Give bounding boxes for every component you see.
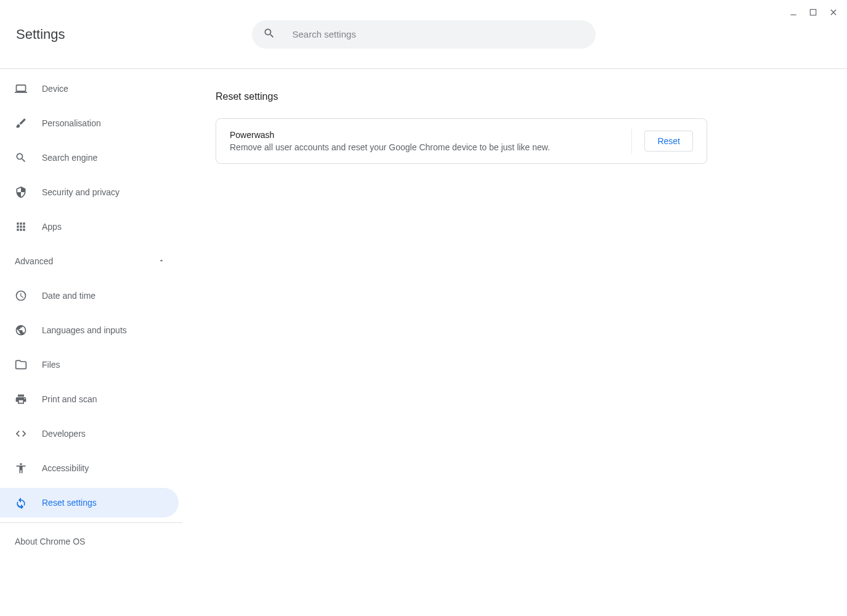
search-input[interactable] [293,29,585,39]
advanced-label: Advanced [15,256,53,266]
sidebar-item-files[interactable]: Files [0,350,182,379]
printer-icon [15,393,27,405]
sidebar-item-label: Apps [42,222,62,232]
page-title: Settings [16,26,65,43]
sidebar-item-label: Device [42,84,68,94]
sidebar-item-label: Files [42,360,60,370]
sidebar-item-print[interactable]: Print and scan [0,384,182,414]
section-title: Reset settings [216,91,707,102]
sidebar-item-personalisation[interactable]: Personalisation [0,108,182,138]
sidebar-item-reset-settings[interactable]: Reset settings [0,488,179,517]
main-content: Reset settings Powerwash Remove all user… [182,69,847,616]
sidebar-item-date-time[interactable]: Date and time [0,281,182,310]
brush-icon [15,117,27,129]
sidebar-item-label: Date and time [42,291,95,301]
sidebar-advanced-toggle[interactable]: Advanced [0,246,182,276]
about-label: About Chrome OS [15,537,85,546]
sidebar-item-label: Reset settings [42,498,97,508]
app-header: Settings [0,0,847,69]
globe-icon [15,324,27,336]
sidebar-item-label: Developers [42,429,86,439]
powerwash-description: Remove all user accounts and reset your … [230,142,619,152]
laptop-icon [15,83,27,95]
code-icon [15,428,27,440]
sidebar-item-security[interactable]: Security and privacy [0,177,182,207]
sidebar-item-label: Languages and inputs [42,325,127,335]
sidebar-item-developers[interactable]: Developers [0,419,182,448]
search-field[interactable] [252,20,596,49]
apps-grid-icon [15,221,27,233]
sidebar-item-apps[interactable]: Apps [0,212,182,241]
shield-icon [15,186,27,198]
sidebar-item-languages[interactable]: Languages and inputs [0,315,182,345]
clock-icon [15,290,27,302]
powerwash-title: Powerwash [230,130,619,140]
sidebar-item-device[interactable]: Device [0,74,182,103]
sidebar-item-accessibility[interactable]: Accessibility [0,453,182,483]
powerwash-card: Powerwash Remove all user accounts and r… [216,118,707,164]
sidebar-item-search-engine[interactable]: Search engine [0,143,182,172]
reset-button[interactable]: Reset [644,131,693,152]
sidebar-divider [0,522,182,523]
sidebar-item-label: Print and scan [42,394,97,404]
sidebar-item-label: Accessibility [42,463,89,473]
reset-icon [15,496,27,509]
search-icon [15,152,27,164]
accessibility-icon [15,462,27,474]
sidebar: Device Personalisation Search engine Sec… [0,69,182,616]
sidebar-item-label: Security and privacy [42,187,120,197]
sidebar-item-label: Personalisation [42,118,101,128]
chevron-up-icon [158,256,165,266]
folder-icon [15,359,27,371]
sidebar-item-about[interactable]: About Chrome OS [0,528,182,555]
sidebar-item-label: Search engine [42,153,97,163]
search-icon [263,27,275,42]
card-divider [631,129,632,153]
